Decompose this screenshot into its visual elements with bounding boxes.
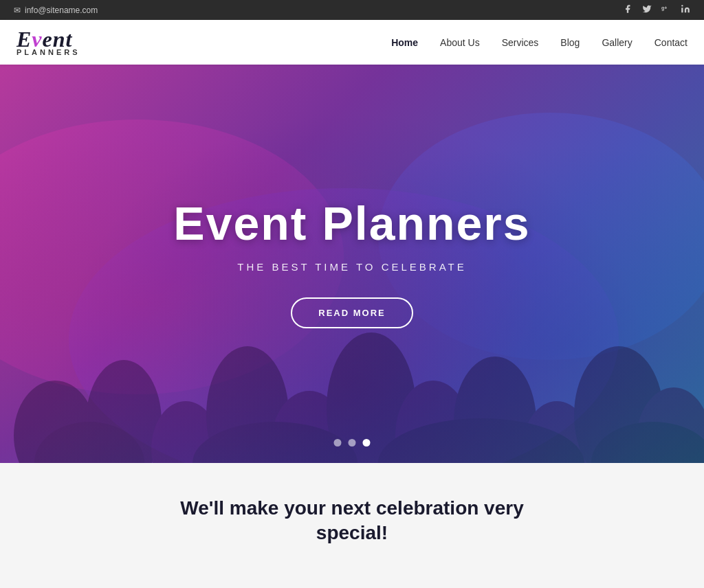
email-icon: ✉ (14, 5, 21, 15)
nav-link-home[interactable]: Home (391, 37, 418, 48)
svg-point-1 (681, 5, 683, 6)
svg-text:g+: g+ (661, 5, 667, 11)
nav-item-services[interactable]: Services (502, 36, 539, 49)
email-bar: ✉ info@sitename.com (14, 5, 98, 15)
social-links: g+ (623, 4, 690, 16)
navbar: Event PLANNERS Home About Us Services Bl… (0, 20, 704, 65)
slider-dots (334, 439, 371, 446)
top-bar: ✉ info@sitename.com g+ (0, 0, 704, 20)
slider-dot-1[interactable] (334, 439, 342, 446)
nav-link-services[interactable]: Services (502, 37, 539, 48)
nav-link-contact[interactable]: Contact (654, 37, 688, 48)
twitter-icon[interactable] (642, 4, 652, 16)
googleplus-icon[interactable]: g+ (661, 4, 671, 16)
nav-links: Home About Us Services Blog Gallery Cont… (391, 36, 688, 49)
nav-item-blog[interactable]: Blog (560, 36, 580, 49)
nav-link-about[interactable]: About Us (440, 37, 480, 48)
facebook-icon[interactable] (623, 4, 632, 16)
below-hero-title: We'll make your next celebration very sp… (180, 496, 524, 546)
nav-link-blog[interactable]: Blog (560, 37, 580, 48)
slider-dot-3[interactable] (363, 439, 371, 446)
logo-planners-text: PLANNERS (16, 49, 80, 56)
nav-item-contact[interactable]: Contact (654, 36, 688, 49)
nav-item-about[interactable]: About Us (440, 36, 480, 49)
nav-item-gallery[interactable]: Gallery (602, 36, 632, 49)
nav-item-home[interactable]: Home (391, 36, 418, 49)
hero-title: Event Planners (173, 199, 530, 248)
nav-link-gallery[interactable]: Gallery (602, 37, 632, 48)
hero-content: Event Planners THE BEST TIME TO CELEBRAT… (173, 199, 530, 328)
logo-event-text: Event (16, 28, 80, 50)
read-more-button[interactable]: READ MORE (291, 297, 412, 328)
below-hero-section: We'll make your next celebration very sp… (0, 463, 704, 588)
linkedin-icon[interactable] (681, 4, 690, 16)
slider-dot-2[interactable] (349, 439, 356, 446)
hero-section: Event Planners THE BEST TIME TO CELEBRAT… (0, 65, 704, 463)
hero-subtitle: THE BEST TIME TO CELEBRATE (173, 261, 530, 273)
logo[interactable]: Event PLANNERS (16, 28, 80, 56)
email-address: info@sitename.com (25, 5, 98, 15)
